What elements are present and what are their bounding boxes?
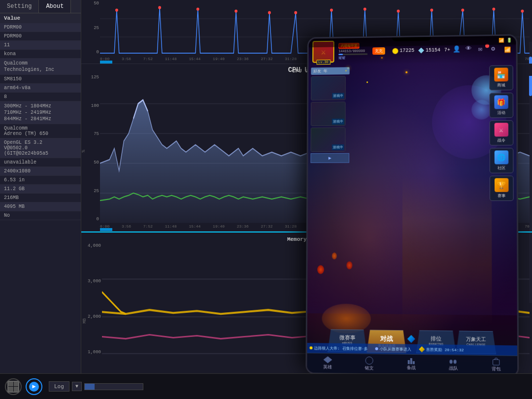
nav-inscription[interactable]: 铭文 [365,356,374,371]
info-row: PDRM00 [0,32,81,41]
log-button[interactable]: Log [49,381,69,392]
friend-item-3[interactable]: 游戏中 [311,127,346,152]
tab-bar: Setting About [0,0,81,13]
info-row: No [0,211,81,220]
info-row: SM8150 [0,75,81,84]
info-row: 8 [0,93,81,101]
nav-hero[interactable]: 英雄 [323,356,332,370]
info-table: Value PDRM00 PDRM00 11 kona QualcommTech… [0,13,81,399]
info-row: 4095 MB [0,202,81,211]
nav-preparation[interactable]: 备战 [407,358,416,371]
battle-pass-button[interactable]: ⚔ 战令 [489,120,513,145]
info-row: 216MB [0,194,81,202]
svg-point-5 [234,10,237,13]
mail-icon-wrapper: ✉ [478,45,488,55]
top-action-icons: 👤 👁 ✉ ⚙ 📶 [453,44,512,55]
right-panel: 🏪 商城 🎁 活动 ⚔ 战令 🌐 社区 🏆 赛事 [487,65,515,201]
info-row: unavailable [0,158,81,167]
settings-icon[interactable]: ⚙ [491,44,501,54]
friend-item-1[interactable]: 游戏中 [311,76,346,100]
nav-bag[interactable]: 背包 [492,359,500,372]
info-row: QualcommTechnologies, Inc [0,59,81,75]
info-row: 6.53 in [0,176,81,185]
plus-currency: 7+ [444,47,450,53]
friend-status-1: 游戏中 [332,93,344,99]
ticker-dot-2 [375,347,378,350]
svg-point-12 [461,8,464,11]
friend-header: 好友 年 + [311,67,349,75]
svg-point-4 [197,7,200,10]
player-level-badge: Lv.30 [316,60,330,65]
info-header: Value [0,13,81,23]
bottom-bar: ▶ Log ▼ [0,373,532,399]
tab-about[interactable]: About [39,0,71,13]
friend-status-3: 游戏中 [332,144,344,150]
left-panel: Setting About Value PDRM00 PDRM00 11 kon… [0,0,81,399]
activity-button[interactable]: 🎁 活动 [489,93,513,118]
friend-status-2: 游戏中 [332,119,344,125]
svg-point-11 [430,8,433,11]
nav-bottom-icons: 英雄 铭文 备战 战队 [307,353,517,376]
svg-point-3 [158,6,161,9]
info-row: 300MHz - 1804MHz710MHz - 2419MHz844MHz -… [0,101,81,124]
gold-currency: 17225 [392,48,414,54]
friend-item-2[interactable]: 游戏中 [311,101,346,126]
add-friend-icon[interactable]: 👤 [453,45,463,55]
info-row: arm64-v8a [0,84,81,93]
shop-button[interactable]: 🏪 商城 [489,65,513,90]
phone-screen: 📶 🔋 ⚔ Lv.30 武嗯莓甲苯 144153/999999 [307,35,517,375]
info-row: OpenGL ES 3.2V@0502.0(GIT@02e24b95a5 [0,138,81,158]
expand-friend-list-button[interactable]: ▶ [310,153,349,163]
svg-point-13 [492,7,495,10]
ticker-item-1: 边路狠人大帝: 召集排位赛·多 [309,345,368,352]
windows-button[interactable] [5,378,22,395]
phone-notch [392,37,431,41]
diamond-currency: 15154 [418,47,440,53]
scrollbar-control[interactable] [84,383,143,390]
info-row: 11 [0,41,81,50]
info-row: QualcommAdreno (TM) 650 [0,124,81,138]
recharge-button[interactable]: 充充 [372,47,385,55]
svg-point-8 [330,8,333,11]
svg-point-2 [115,8,118,11]
svg-point-7 [294,11,297,14]
svg-point-14 [521,10,524,13]
info-row: 11.2 GB [0,185,81,194]
info-row: 2400x1080 [0,167,81,176]
phone-device: 📶 🔋 ⚔ Lv.30 武嗯莓甲苯 144153/999999 [305,34,519,377]
eye-icon[interactable]: 👁 [466,45,475,55]
event-button[interactable]: 🏆 赛事 [489,176,513,201]
tab-setting[interactable]: Setting [0,0,39,13]
ticker-item-3: 首胜奖励 20:54:32 [419,346,464,353]
ticker-dot-1 [309,346,312,349]
friend-panel: 好友 年 + 游戏中 游戏中 游戏中 [310,67,349,163]
down-arrow-icon[interactable]: ▼ [72,382,82,391]
info-row: kona [0,50,81,59]
wifi-icon: 📶 [504,46,512,52]
android-button[interactable]: ▶ [26,378,42,395]
svg-point-10 [397,10,400,13]
svg-point-9 [364,7,366,10]
info-row: PDRM00 [0,23,81,32]
svg-point-6 [268,11,271,14]
currency-group: 17225 15154 7+ [392,47,450,54]
nav-team[interactable]: 战队 [449,359,458,372]
community-button[interactable]: 🌐 社区 [489,148,513,173]
